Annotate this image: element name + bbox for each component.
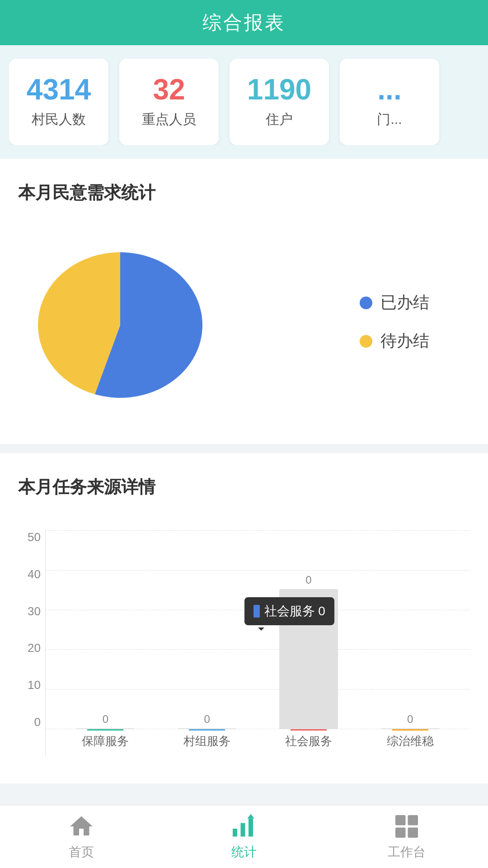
bar-tooltip: 社会服务 0 — [244, 597, 334, 625]
nav-item-home[interactable]: 首页 — [36, 813, 127, 861]
stats-section: 4314 村民人数 32 重点人员 1190 住户 ... 门... — [0, 45, 488, 159]
svg-rect-0 — [233, 829, 237, 837]
legend-item-completed: 已办结 — [360, 292, 429, 314]
nav-label-stats: 统计 — [231, 844, 257, 861]
workbench-icon — [393, 813, 420, 840]
pie-section-title: 本月民意需求统计 — [18, 181, 470, 204]
x-label-2: 社会服务 — [285, 733, 332, 749]
x-label-0: 保障服务 — [82, 733, 129, 749]
bar-chart-area: 50 40 30 20 10 0 — [18, 521, 470, 756]
svg-rect-4 — [395, 815, 406, 826]
x-label-line-2 — [291, 729, 327, 731]
x-label-group-1: 村组服务 — [178, 729, 236, 756]
pie-section: 本月民意需求统计 已办结 待办结 — [0, 159, 488, 444]
stat-card-doors[interactable]: ... 门... — [340, 59, 439, 145]
y-label-20: 20 — [28, 641, 41, 655]
svg-rect-1 — [241, 823, 245, 836]
y-label-0: 0 — [34, 715, 41, 729]
svg-rect-5 — [408, 815, 418, 826]
bar-group-0: 0 — [76, 713, 135, 729]
x-label-line-3 — [392, 729, 428, 731]
page-title: 综合报表 — [202, 10, 286, 35]
stat-label-doors: 门... — [377, 110, 402, 129]
pie-container: 已办结 待办结 — [18, 227, 470, 417]
x-label-3: 综治维稳 — [387, 733, 434, 749]
y-label-30: 30 — [28, 604, 41, 618]
legend-dot-completed — [360, 297, 372, 309]
x-label-line-1 — [189, 729, 225, 731]
x-label-group-2: 社会服务 — [279, 729, 338, 756]
bar-group-3: 0 — [381, 713, 440, 729]
bar-section-title: 本月任务来源详情 — [18, 476, 470, 499]
svg-rect-2 — [249, 818, 253, 836]
svg-rect-6 — [395, 827, 406, 838]
nav-label-workbench: 工作台 — [388, 844, 426, 861]
bar-value-1: 0 — [204, 713, 210, 726]
bottom-nav: 首页 统计 工作台 — [0, 805, 488, 868]
stat-number-households: 1190 — [247, 75, 311, 104]
stat-number-villagers: 4314 — [27, 75, 91, 104]
tooltip-text: 社会服务 0 — [264, 603, 325, 620]
stat-label-villagers: 村民人数 — [32, 110, 86, 129]
y-axis: 50 40 30 20 10 0 — [18, 530, 45, 756]
stat-number-key-persons: 32 — [153, 75, 185, 104]
y-label-40: 40 — [28, 567, 41, 581]
stat-label-key-persons: 重点人员 — [142, 110, 196, 129]
nav-item-workbench[interactable]: 工作台 — [361, 813, 452, 861]
stats-row: 4314 村民人数 32 重点人员 1190 住户 ... 门... — [9, 59, 479, 145]
svg-rect-7 — [408, 827, 418, 838]
bar-value-3: 0 — [407, 713, 413, 726]
stat-card-key-persons[interactable]: 32 重点人员 — [119, 59, 219, 145]
legend-label-pending: 待办结 — [380, 330, 429, 352]
x-label-line-0 — [87, 729, 123, 731]
tooltip-dot — [253, 605, 260, 618]
legend-dot-pending — [360, 335, 372, 348]
bar-value-0: 0 — [103, 713, 108, 726]
bar-chart: 50 40 30 20 10 0 — [18, 530, 470, 756]
stat-card-households[interactable]: 1190 住户 — [230, 59, 329, 145]
stat-label-households: 住户 — [266, 110, 293, 129]
x-label-group-3: 综治维稳 — [381, 729, 440, 756]
pie-legend: 已办结 待办结 — [360, 292, 429, 352]
chart-body: 社会服务 0 0 0 0 — [45, 530, 470, 756]
app-header: 综合报表 — [0, 0, 488, 45]
bar-section: 本月任务来源详情 50 40 30 20 10 0 — [0, 453, 488, 783]
bar-value-2: 0 — [305, 574, 311, 586]
home-icon — [68, 813, 95, 840]
pie-chart — [32, 227, 221, 417]
legend-label-completed: 已办结 — [380, 292, 429, 314]
y-label-50: 50 — [28, 530, 41, 544]
stat-card-villagers[interactable]: 4314 村民人数 — [9, 59, 108, 145]
x-label-group-0: 保障服务 — [76, 729, 135, 756]
nav-label-home: 首页 — [69, 844, 94, 861]
x-label-1: 村组服务 — [183, 733, 230, 749]
stats-icon — [230, 813, 258, 840]
bar-group-1: 0 — [178, 713, 236, 729]
stat-number-doors: ... — [377, 75, 401, 104]
nav-item-stats[interactable]: 统计 — [199, 813, 289, 861]
x-labels: 保障服务 村组服务 社会服务 综治维稳 — [46, 729, 470, 756]
y-label-10: 10 — [28, 678, 41, 692]
legend-item-pending: 待办结 — [360, 330, 429, 352]
svg-marker-3 — [248, 814, 254, 818]
